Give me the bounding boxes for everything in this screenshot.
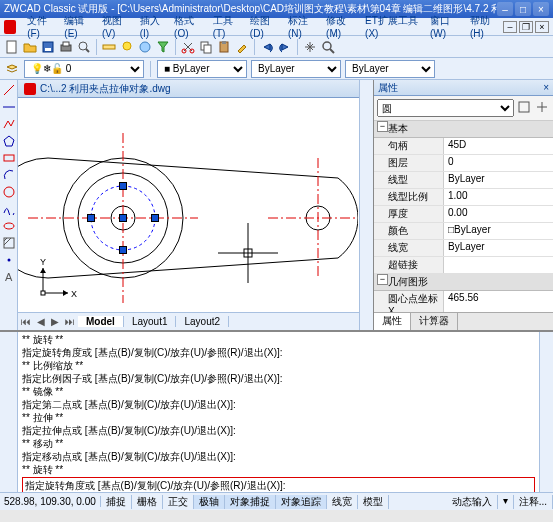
prop-row[interactable]: 句柄45D [374,138,553,155]
model-canvas[interactable]: XY [18,98,359,312]
tab-calculator[interactable]: 计算器 [411,313,458,330]
redo-icon[interactable] [277,39,293,55]
xline-icon[interactable] [1,99,16,114]
zoom-icon[interactable] [320,39,336,55]
grip-point[interactable] [119,214,127,222]
prop-row[interactable]: 线型比例1.00 [374,189,553,206]
prop-value[interactable]: 0 [444,155,553,171]
copy-icon[interactable] [198,39,214,55]
menu-item[interactable]: 修改(M) [321,14,360,39]
prop-row[interactable]: 颜色□ByLayer [374,223,553,240]
status-toggle-线宽[interactable]: 线宽 [327,495,358,509]
new-icon[interactable] [4,39,20,55]
prop-row[interactable]: 超链接 [374,257,553,274]
prop-row[interactable]: 线型ByLayer [374,172,553,189]
lineweight-selector[interactable]: ByLayer [345,60,435,78]
status-toggle-栅格[interactable]: 栅格 [132,495,163,509]
layer-manager-icon[interactable] [4,61,20,77]
linetype-selector[interactable]: ByLayer [251,60,341,78]
print-icon[interactable] [58,39,74,55]
status-toggle-模型[interactable]: 模型 [358,495,389,509]
circle-icon[interactable] [1,184,16,199]
prop-value[interactable]: 45D [444,138,553,154]
prop-row[interactable]: 线宽ByLayer [374,240,553,257]
filter-icon[interactable] [155,39,171,55]
menu-item[interactable]: 标注(N) [283,14,321,39]
text-icon[interactable]: A [1,269,16,284]
arc-icon[interactable] [1,167,16,182]
status-toggle-极轴[interactable]: 极轴 [194,495,225,509]
rect-icon[interactable] [1,150,16,165]
undo-icon[interactable] [259,39,275,55]
tab-first-button[interactable]: ⏮ [18,316,34,327]
open-icon[interactable] [22,39,38,55]
prop-value[interactable]: □ByLayer [444,223,553,239]
mdi-minimize-button[interactable]: – [503,21,517,33]
save-icon[interactable] [40,39,56,55]
status-toggle-正交[interactable]: 正交 [163,495,194,509]
object-type-selector[interactable]: 圆 [377,99,514,117]
quickselect-icon[interactable] [516,99,532,115]
menu-item[interactable]: 工具(T) [208,14,245,39]
tab-next-button[interactable]: ▶ [48,316,62,327]
prop-row[interactable]: 圆心点坐标 X465.56 [374,291,553,312]
grip-point[interactable] [119,182,127,190]
tab-layout1[interactable]: Layout1 [124,316,177,327]
menu-item[interactable]: 编辑(E) [59,14,97,39]
prop-row[interactable]: 厚度0.00 [374,206,553,223]
tab-properties[interactable]: 属性 [374,313,411,330]
prop-value[interactable]: 0.00 [444,206,553,222]
prop-value[interactable]: 465.56 [444,291,553,312]
grip-point[interactable] [87,214,95,222]
panel-close-icon[interactable]: × [543,82,549,93]
match-icon[interactable] [234,39,250,55]
status-toggle-对象捕捉[interactable]: 对象捕捉 [225,495,276,509]
paste-icon[interactable] [216,39,232,55]
status-toggle-对象追踪[interactable]: 对象追踪 [276,495,327,509]
bulb-icon[interactable] [119,39,135,55]
pickadd-icon[interactable] [534,99,550,115]
annotation-button[interactable]: 注释... [514,495,553,509]
menu-item[interactable]: 视图(V) [97,14,135,39]
menu-item[interactable]: 格式(O) [169,14,208,39]
grip-point[interactable] [151,214,159,222]
prop-category[interactable]: 几何图形 [374,274,553,291]
status-menu-button[interactable]: ▾ [498,495,514,509]
status-toggle-捕捉[interactable]: 捕捉 [101,495,132,509]
prop-value[interactable]: ByLayer [444,172,553,188]
hatch-icon[interactable] [1,235,16,250]
mdi-close-button[interactable]: × [535,21,549,33]
cut-icon[interactable] [180,39,196,55]
document-tab[interactable]: C:\...2 利用夹点拉伸对象.dwg [18,80,359,98]
mdi-restore-button[interactable]: ❐ [519,21,533,33]
tab-layout2[interactable]: Layout2 [176,316,229,327]
layer-selector[interactable]: 💡❄🔓 0 [24,60,144,78]
prop-value[interactable] [444,257,553,273]
menu-item[interactable]: 帮助(H) [465,14,503,39]
grip-point[interactable] [119,246,127,254]
menu-item[interactable]: 文件(F) [22,14,59,39]
cmd-scrollbar[interactable] [539,332,553,492]
tab-prev-button[interactable]: ◀ [34,316,48,327]
line-icon[interactable] [1,82,16,97]
color-selector[interactable]: ■ ByLayer [157,60,247,78]
menu-item[interactable]: 绘图(D) [245,14,283,39]
point-icon[interactable] [1,252,16,267]
coordinates-display[interactable]: 528.98, 109.30, 0.00 [0,496,101,507]
prop-row[interactable]: 图层0 [374,155,553,172]
spline-icon[interactable] [1,201,16,216]
maximize-button[interactable]: □ [515,2,531,16]
menu-item[interactable]: 窗口(W) [425,14,465,39]
menu-item[interactable]: ET扩展工具(X) [360,14,425,39]
ellipse-icon[interactable] [1,218,16,233]
preview-icon[interactable] [76,39,92,55]
dyn-input-button[interactable]: 动态输入 [447,495,498,509]
prop-value[interactable]: 1.00 [444,189,553,205]
prop-value[interactable]: ByLayer [444,240,553,256]
layer-icon[interactable] [101,39,117,55]
tab-model[interactable]: Model [78,316,124,327]
prop-category[interactable]: 基本 [374,121,553,138]
properties-grid[interactable]: 基本句柄45D图层0线型ByLayer线型比例1.00厚度0.00颜色□ByLa… [374,121,553,312]
command-history[interactable]: ** 旋转 **指定旋转角度或 [基点(B)/复制(C)/放弃(U)/参照(R)… [18,332,539,492]
close-button[interactable]: × [533,2,549,16]
